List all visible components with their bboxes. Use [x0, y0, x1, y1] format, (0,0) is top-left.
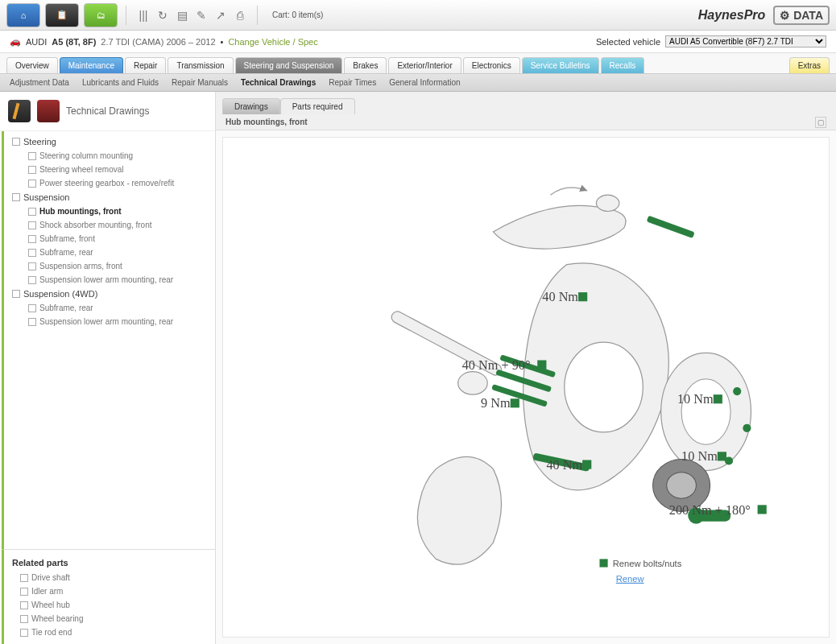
tree-item-label: Suspension lower arm mounting, rear	[39, 317, 173, 326]
checkbox-icon[interactable]	[20, 629, 28, 637]
content: Drawings Parts required Hub mountings, f…	[216, 92, 836, 644]
checkbox-icon[interactable]	[12, 138, 20, 146]
tool-icon-group: ||| ↻ ▤ ✎ ↗ ⎙	[135, 6, 249, 24]
content-tab-drawings[interactable]: Drawings	[222, 98, 280, 114]
selected-vehicle-dropdown[interactable]: AUDI A5 Convertible (8F7) 2.7 TDI	[665, 35, 826, 47]
tree-group[interactable]: Suspension	[4, 190, 215, 204]
related-item[interactable]: Wheel bearing	[4, 612, 215, 625]
tab-recalls[interactable]: Recalls	[601, 57, 645, 73]
tree-group[interactable]: Steering	[4, 134, 215, 149]
torque-label: 40 Nm	[542, 290, 578, 304]
main-tab-row: Overview Maintenance Repair Transmission…	[0, 53, 836, 74]
checkbox-icon[interactable]	[28, 262, 36, 270]
tab-exterior-interior[interactable]: Exterior/Interior	[388, 57, 461, 73]
history-button[interactable]: 📋	[45, 3, 79, 27]
brand-data-badge: ⚙ DATA	[773, 6, 830, 25]
expand-icon[interactable]: ▢	[815, 117, 826, 128]
checkbox-icon[interactable]	[28, 304, 36, 312]
tree-item-label: Subframe, front	[39, 234, 95, 243]
tree-item[interactable]: Suspension lower arm mounting, rear	[4, 315, 215, 328]
checkbox-icon[interactable]	[12, 290, 20, 298]
divider	[257, 6, 258, 25]
checkbox-icon[interactable]	[28, 180, 36, 188]
torque-cube-icon	[714, 394, 722, 403]
shield-bore	[681, 379, 730, 444]
checkbox-icon[interactable]	[28, 249, 36, 257]
torque-label: 40 Nm	[546, 458, 582, 473]
related-panel: Related parts Drive shaftIdler armWheel …	[2, 549, 215, 644]
tree-item[interactable]: Shock absorber mounting, front	[4, 218, 215, 232]
checkbox-icon[interactable]	[28, 152, 36, 160]
checkbox-icon[interactable]	[20, 588, 28, 596]
tool-icon-4[interactable]: ✎	[192, 6, 210, 24]
subtab-lubricants[interactable]: Lubricants and Fluids	[82, 78, 159, 87]
tool-icon-5[interactable]: ↗	[212, 6, 230, 24]
diagram-area[interactable]: 40 Nm40 Nm + 90°9 Nm10 Nm10 Nm40 Nm200 N…	[222, 137, 830, 638]
tab-transmission[interactable]: Transmission	[168, 57, 233, 73]
related-item-label: Tie rod end	[31, 628, 72, 637]
tab-extras[interactable]: Extras	[789, 57, 830, 73]
sidebar-title: Technical Drawings	[66, 105, 149, 117]
related-item-label: Wheel hub	[31, 601, 70, 609]
tool-icon-2[interactable]: ↻	[154, 6, 172, 24]
related-item[interactable]: Tie rod end	[4, 625, 215, 639]
related-item[interactable]: Idler arm	[4, 584, 215, 598]
related-item-label: Wheel bearing	[31, 614, 83, 623]
subtab-adjustment-data[interactable]: Adjustment Data	[10, 78, 69, 87]
tree-item[interactable]: Power steering gearbox - remove/refit	[4, 176, 215, 190]
tab-electronics[interactable]: Electronics	[463, 57, 520, 73]
subtab-general-info[interactable]: General Information	[389, 78, 460, 87]
tree-item[interactable]: Subframe, front	[4, 232, 215, 246]
checkbox-icon[interactable]	[28, 166, 36, 174]
checkbox-icon[interactable]	[28, 235, 36, 243]
change-vehicle-link[interactable]: Change Vehicle / Spec	[228, 37, 317, 47]
checkbox-icon[interactable]	[20, 601, 28, 609]
tool-icon-6[interactable]: ⎙	[231, 6, 249, 24]
torque-cube-icon	[511, 398, 519, 407]
tab-service-bulletins[interactable]: Service Bulletins	[522, 57, 599, 73]
separator: •	[221, 37, 224, 47]
checkbox-icon[interactable]	[28, 208, 36, 216]
checkbox-icon[interactable]	[12, 193, 20, 201]
tree-item[interactable]: Suspension arms, front	[4, 259, 215, 273]
checkbox-icon[interactable]	[20, 574, 28, 582]
parts-button[interactable]: 🗂	[84, 3, 118, 27]
tree-item[interactable]: Suspension lower arm mounting, rear	[4, 273, 215, 287]
legend-text: Renew bolts/nuts	[613, 559, 682, 568]
tree-item[interactable]: Subframe, rear	[4, 246, 215, 259]
torque-cube-icon	[758, 505, 767, 514]
related-item[interactable]: Drive shaft	[4, 571, 215, 584]
content-tab-parts-required[interactable]: Parts required	[280, 98, 355, 114]
tab-repair[interactable]: Repair	[125, 57, 166, 73]
tab-brakes[interactable]: Brakes	[344, 57, 387, 73]
tree-item[interactable]: Steering wheel removal	[4, 163, 215, 176]
tab-steering-suspension[interactable]: Steering and Suspension	[235, 57, 343, 73]
checkbox-icon[interactable]	[20, 615, 28, 623]
checkbox-icon[interactable]	[28, 318, 36, 326]
tool-icon-3[interactable]: ▤	[173, 6, 191, 24]
part-lower-knuckle	[417, 456, 501, 564]
tree-item-label: Shock absorber mounting, front	[39, 221, 152, 229]
cart-label[interactable]: Cart: 0 item(s)	[272, 10, 323, 19]
tree-item[interactable]: Steering column mounting	[4, 149, 215, 163]
tab-maintenance[interactable]: Maintenance	[60, 57, 123, 73]
legend-renew-link[interactable]: Renew	[616, 574, 645, 584]
tool-icon-1[interactable]: |||	[135, 6, 152, 24]
legend-cube	[599, 559, 607, 567]
subtab-technical-drawings[interactable]: Technical Drawings	[241, 78, 316, 87]
tab-overview[interactable]: Overview	[6, 57, 58, 73]
tree-item[interactable]: Subframe, rear	[4, 301, 215, 315]
subtab-repair-manuals[interactable]: Repair Manuals	[172, 78, 228, 87]
related-item[interactable]: Wheel hub	[4, 598, 215, 612]
tree-item[interactable]: Hub mountings, front	[4, 204, 215, 218]
home-button[interactable]: ⌂	[6, 3, 40, 27]
tree-item-label: Steering wheel removal	[39, 165, 124, 174]
rod-end	[458, 372, 488, 394]
checkbox-icon[interactable]	[28, 221, 36, 229]
tree-group[interactable]: Suspension (4WD)	[4, 287, 215, 301]
content-title-bar: Hub mountings, front ▢	[216, 114, 836, 130]
checkbox-icon[interactable]	[28, 276, 36, 284]
subtab-repair-times[interactable]: Repair Times	[329, 78, 376, 87]
content-title: Hub mountings, front	[226, 118, 308, 126]
top-toolbar: ⌂ 📋 🗂 ||| ↻ ▤ ✎ ↗ ⎙ Cart: 0 item(s) Hayn…	[0, 0, 836, 31]
